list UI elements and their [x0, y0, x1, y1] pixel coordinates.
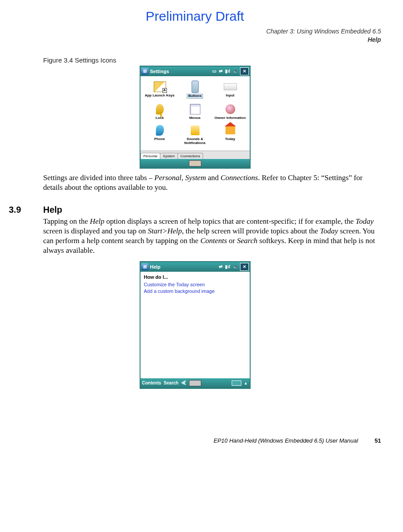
section-heading-row: 3.9 Help	[9, 205, 381, 215]
signal-icon: ▮ıl	[225, 69, 230, 74]
text: and	[206, 174, 221, 182]
text: option displays a screen of help topics …	[104, 217, 355, 225]
softkey-contents[interactable]: Contents	[142, 381, 161, 385]
settings-item-owner-information[interactable]: Owner Information	[213, 102, 248, 124]
chapter-header-line1: Chapter 3: Using Windows Embedded 6.5	[266, 28, 381, 35]
help-link[interactable]: Customize the Today screen	[144, 281, 246, 288]
settings-item-label: Buttons	[187, 94, 203, 99]
help-body: How do I... Customize the Today screen A…	[140, 272, 250, 378]
sip-button-icon[interactable]	[232, 381, 241, 386]
owner-icon	[224, 103, 237, 115]
close-icon[interactable]: ✕	[240, 67, 249, 75]
settings-paragraph: Settings are divided into three tabs – P…	[43, 173, 381, 192]
settings-item-label: Owner Information	[214, 116, 246, 120]
settings-item-label: Today	[225, 137, 235, 141]
input-icon	[224, 81, 237, 93]
sounds-icon	[189, 124, 202, 137]
signal-icon: ▮ıl	[225, 264, 230, 269]
phone-icon	[153, 124, 166, 137]
settings-screenshot: ⊞ Settings ▭ ⇄ ▮ıl 🔈 ✕ App Launch Keys B…	[140, 66, 251, 169]
close-icon[interactable]: ✕	[240, 263, 249, 271]
menus-icon	[189, 103, 202, 115]
figure-caption: Figure 3.4 Settings Icons	[43, 56, 381, 64]
settings-item-buttons[interactable]: Buttons	[177, 80, 213, 102]
settings-item-menus[interactable]: Menus	[177, 102, 213, 124]
text: Tapping on the	[43, 217, 90, 225]
chapter-header-line2: Help	[368, 36, 381, 43]
lock-icon	[153, 103, 166, 115]
start-icon[interactable]: ⊞	[141, 68, 148, 75]
app-launch-keys-icon	[153, 81, 166, 93]
text: or	[227, 236, 237, 245]
settings-item-label: Menus	[189, 116, 200, 120]
settings-item-label: App Launch Keys	[145, 93, 175, 97]
text: , the help screen will provide topics ab…	[182, 227, 320, 235]
settings-title: Settings	[150, 69, 212, 74]
text-italic: Start>Help	[148, 227, 182, 235]
settings-item-today[interactable]: Today	[213, 123, 248, 149]
help-titlebar: ⊞ Help ⇄ ▮ıl 🔈 ✕	[140, 262, 250, 272]
settings-item-label: Sounds & Notifications	[184, 137, 205, 145]
help-screenshot: ⊞ Help ⇄ ▮ıl 🔈 ✕ How do I... Customize t…	[140, 261, 251, 389]
text: screen is displayed and you tap on	[43, 227, 148, 235]
tab-connections[interactable]: Connections	[177, 153, 203, 159]
volume-icon: 🔈	[233, 69, 238, 74]
help-link[interactable]: Add a custom background image	[144, 288, 246, 295]
settings-item-lock[interactable]: Lock	[142, 102, 177, 124]
today-icon	[224, 124, 237, 137]
settings-item-label: Phone	[154, 137, 165, 141]
keyboard-icon[interactable]	[189, 380, 201, 386]
buttons-icon	[189, 81, 202, 93]
connect-icon: ⇄	[219, 69, 222, 74]
page-footer: EP10 Hand-Held (Windows Embedded 6.5) Us…	[9, 437, 381, 444]
softkey-search[interactable]: Search	[164, 381, 178, 385]
back-arrow-icon[interactable]: ⮜	[181, 380, 186, 386]
footer-manual-title: EP10 Hand-Held (Windows Embedded 6.5) Us…	[214, 437, 358, 444]
help-heading: How do I...	[144, 274, 246, 280]
text-italic: Connections	[221, 174, 258, 182]
status-icons: ▭ ⇄ ▮ıl 🔈	[212, 69, 238, 74]
settings-icon-grid: App Launch Keys Buttons Input Lock Menus…	[140, 76, 250, 151]
settings-item-label: Lock	[155, 116, 164, 120]
connect-icon: ⇄	[219, 264, 222, 269]
text-italic: Today	[320, 227, 338, 235]
section-title: Help	[43, 205, 62, 215]
text-italic: Contents	[200, 236, 227, 245]
text: Settings are divided into three tabs –	[43, 174, 155, 182]
help-softkey-bar: Contents Search ⮜ ▲	[140, 378, 250, 388]
start-icon[interactable]: ⊞	[141, 263, 148, 270]
up-arrow-icon[interactable]: ▲	[244, 381, 248, 385]
tab-system[interactable]: System	[160, 153, 178, 159]
settings-item-phone[interactable]: Phone	[142, 123, 177, 149]
help-title: Help	[150, 264, 219, 270]
keyboard-icon[interactable]	[189, 160, 201, 166]
settings-item-sounds-notifications[interactable]: Sounds & Notifications	[177, 123, 213, 149]
footer-page-number: 51	[375, 437, 381, 444]
settings-tabstrip: Personal System Connections	[140, 151, 250, 159]
document-page: Preliminary Draft Chapter 3: Using Windo…	[0, 0, 403, 457]
battery-icon: ▭	[212, 69, 216, 74]
chapter-header: Chapter 3: Using Windows Embedded 6.5 He…	[9, 27, 381, 44]
settings-bottombar	[140, 159, 250, 168]
settings-titlebar: ⊞ Settings ▭ ⇄ ▮ıl 🔈 ✕	[140, 66, 250, 76]
text-italic: Search	[237, 236, 258, 245]
text-italic: Personal, System	[155, 174, 206, 182]
text-italic: Help	[90, 217, 104, 225]
preliminary-draft-header: Preliminary Draft	[9, 9, 381, 24]
settings-item-input[interactable]: Input	[213, 80, 248, 102]
status-icons: ⇄ ▮ıl 🔈	[219, 264, 238, 269]
settings-item-label: Input	[226, 93, 235, 97]
section-number: 3.9	[9, 205, 43, 215]
settings-item-app-launch-keys[interactable]: App Launch Keys	[142, 80, 177, 102]
help-paragraph: Tapping on the Help option displays a sc…	[43, 217, 381, 255]
tab-personal[interactable]: Personal	[140, 153, 161, 159]
volume-icon: 🔈	[233, 264, 238, 269]
text-italic: Today	[355, 217, 373, 225]
